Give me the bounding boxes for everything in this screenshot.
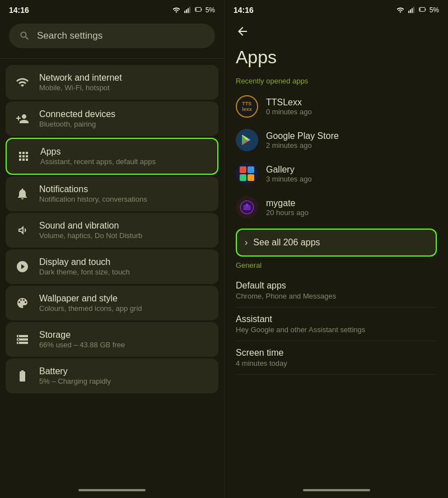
storage-subtitle: 66% used – 43.88 GB free [39, 341, 125, 349]
svg-rect-3 [189, 7, 190, 13]
svg-rect-1 [186, 10, 187, 13]
network-subtitle: Mobile, Wi-Fi, hotspot [39, 83, 122, 92]
settings-item-apps[interactable]: Apps Assistant, recent apps, default app… [6, 138, 218, 175]
svg-rect-8 [410, 10, 411, 13]
network-text: Network and internet Mobile, Wi-Fi, hots… [39, 73, 122, 92]
gallery-squares [240, 166, 254, 181]
storage-text: Storage 66% used – 43.88 GB free [39, 330, 125, 349]
default-apps-subtitle: Chrome, Phone and Messages [236, 292, 437, 300]
sound-subtitle: Volume, haptics, Do Not Disturb [39, 231, 142, 240]
app-item-gallery[interactable]: Gallery 3 minutes ago [236, 157, 437, 190]
wifi-status-icon [172, 6, 181, 14]
left-nav-indicator [78, 489, 146, 491]
search-bar[interactable]: Search settings [9, 24, 215, 48]
playstore-icon [236, 129, 258, 151]
notifications-title: Notifications [39, 184, 147, 194]
default-apps-title: Default apps [236, 281, 437, 291]
settings-item-connected[interactable]: Connected devices Bluetooth, pairing [6, 101, 218, 136]
notifications-subtitle: Notification history, conversations [39, 195, 147, 203]
ttslexx-time: 0 minutes ago [266, 108, 312, 116]
app-item-playstore[interactable]: Google Play Store 2 minutes ago [236, 123, 437, 157]
signal-status-icon [183, 6, 192, 14]
right-bottom-bar [225, 483, 448, 498]
search-placeholder: Search settings [37, 30, 102, 41]
left-bottom-bar [0, 483, 224, 498]
mygate-time: 20 hours ago [266, 208, 309, 217]
mygate-icon [236, 196, 258, 218]
settings-list: Network and internet Mobile, Wi-Fi, hots… [0, 61, 224, 483]
settings-item-storage[interactable]: Storage 66% used – 43.88 GB free [6, 322, 218, 357]
see-all-apps-button[interactable]: › See all 206 apps [236, 229, 437, 257]
search-icon [19, 30, 30, 41]
general-item-default-apps[interactable]: Default apps Chrome, Phone and Messages [236, 274, 437, 308]
notifications-icon [15, 186, 30, 202]
svg-rect-0 [184, 11, 185, 13]
svg-rect-12 [425, 9, 426, 11]
see-all-label: See all 206 apps [253, 238, 320, 248]
battery-percent-left: 5% [206, 6, 215, 14]
gallery-name: Gallery [266, 165, 312, 175]
right-signal-icon [407, 6, 416, 14]
svg-rect-6 [195, 8, 196, 11]
general-item-screen-time[interactable]: Screen time 4 minutes today [236, 341, 437, 375]
recently-opened-label: Recently opened apps [236, 77, 437, 85]
back-button[interactable] [236, 18, 437, 43]
general-item-assistant[interactable]: Assistant Hey Google and other Assistant… [236, 308, 437, 341]
app-item-ttslexx[interactable]: TTSlexx TTSLexx 0 minutes ago [236, 90, 437, 123]
apps-icon [16, 148, 31, 164]
chevron-right-icon: › [245, 238, 248, 248]
assistant-title: Assistant [236, 314, 437, 324]
apps-subtitle: Assistant, recent apps, default apps [40, 157, 156, 166]
svg-rect-2 [188, 8, 189, 13]
screen-time-title: Screen time [236, 348, 437, 358]
settings-item-network[interactable]: Network and internet Mobile, Wi-Fi, hots… [6, 65, 218, 100]
sound-icon [15, 222, 30, 238]
right-wifi-icon [396, 6, 405, 14]
battery-title: Battery [39, 366, 111, 376]
right-panel: 14:16 5% Apps Recently opened apps TTSle… [224, 0, 448, 498]
connected-title: Connected devices [39, 109, 115, 119]
display-subtitle: Dark theme, font size, touch [39, 268, 130, 276]
display-title: Display and touch [39, 257, 130, 267]
right-battery-icon [418, 6, 427, 14]
right-battery-percent: 5% [430, 6, 439, 14]
svg-rect-16 [246, 204, 248, 207]
settings-item-sound[interactable]: Sound and vibration Volume, haptics, Do … [6, 213, 218, 248]
ttslexx-name: TTSLexx [266, 97, 312, 108]
mygate-text: mygate 20 hours ago [266, 198, 309, 217]
settings-item-wallpaper[interactable]: Wallpaper and style Colours, themed icon… [6, 286, 218, 320]
playstore-time: 2 minutes ago [266, 141, 339, 150]
settings-item-battery[interactable]: Battery 5% – Charging rapidly [6, 359, 218, 393]
right-status-bar: 14:16 5% [225, 0, 448, 18]
wallpaper-icon [15, 295, 30, 311]
general-section-label: General [236, 261, 437, 269]
svg-rect-7 [408, 11, 409, 13]
ttslexx-icon: TTSlexx [236, 95, 258, 118]
settings-item-notifications[interactable]: Notifications Notification history, conv… [6, 176, 218, 211]
settings-item-display[interactable]: Display and touch Dark theme, font size,… [6, 249, 218, 284]
connected-text: Connected devices Bluetooth, pairing [39, 109, 115, 128]
gallery-time: 3 minutes ago [266, 175, 312, 183]
app-item-mygate[interactable]: mygate 20 hours ago [236, 190, 437, 224]
wallpaper-title: Wallpaper and style [39, 294, 142, 304]
right-status-icons: 5% [396, 6, 439, 14]
left-time: 14:16 [9, 6, 29, 15]
svg-rect-10 [413, 7, 414, 13]
battery-text: Battery 5% – Charging rapidly [39, 366, 111, 385]
svg-rect-9 [412, 8, 413, 13]
network-title: Network and internet [39, 73, 122, 83]
gallery-text: Gallery 3 minutes ago [266, 165, 312, 183]
notifications-text: Notifications Notification history, conv… [39, 184, 147, 203]
left-status-icons: 5% [172, 6, 215, 14]
left-status-bar: 14:16 5% [0, 0, 224, 18]
display-text: Display and touch Dark theme, font size,… [39, 257, 130, 276]
right-content: Apps Recently opened apps TTSlexx TTSLex… [225, 18, 448, 483]
back-arrow-icon [236, 25, 249, 38]
top-divider [0, 58, 224, 59]
battery-icon [15, 368, 30, 384]
apps-text: Apps Assistant, recent apps, default app… [40, 147, 156, 166]
wallpaper-text: Wallpaper and style Colours, themed icon… [39, 294, 142, 313]
connected-subtitle: Bluetooth, pairing [39, 120, 115, 128]
apps-title: Apps [40, 147, 156, 157]
battery-subtitle: 5% – Charging rapidly [39, 377, 111, 385]
